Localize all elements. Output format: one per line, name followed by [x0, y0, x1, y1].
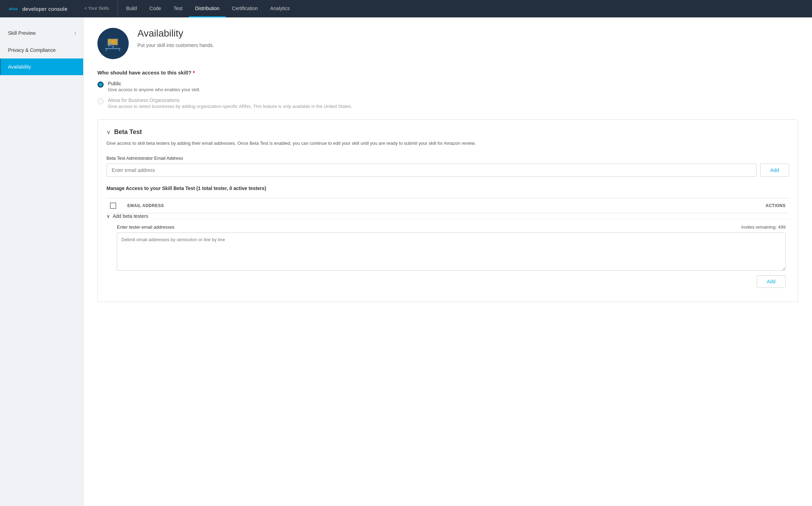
- svg-rect-8: [106, 49, 107, 51]
- table-row: Enter tester email addresses Invites rem…: [106, 219, 789, 293]
- nav-analytics[interactable]: Analytics: [264, 0, 296, 17]
- manage-access-title: Manage Access to your Skill Beta Test (1…: [106, 185, 789, 191]
- sidebar-item-label: Availability: [8, 64, 31, 70]
- svg-rect-6: [112, 47, 114, 48]
- tester-add-button[interactable]: Add: [757, 275, 786, 288]
- content-area: Availability Put your skill into custome…: [83, 17, 812, 506]
- sidebar-item-privacy-compliance[interactable]: Privacy & Compliance: [0, 42, 83, 58]
- public-radio-option[interactable]: Public Give access to anyone who enables…: [97, 81, 798, 92]
- beta-card-title: Beta Test: [114, 128, 142, 136]
- business-label-text: Alexa for Business Organizations: [108, 97, 352, 103]
- testers-chevron-down-icon: ∨: [106, 213, 110, 219]
- beta-chevron-down-icon[interactable]: ∨: [106, 129, 111, 135]
- sidebar-item-skill-preview[interactable]: Skill Preview ›: [0, 24, 83, 42]
- svg-text:alexa: alexa: [9, 7, 17, 11]
- testers-table: EMAIL ADDRESS ACTIONS ∨ Add beta testers: [106, 198, 789, 293]
- business-radio-label: Alexa for Business Organizations Give ac…: [108, 97, 352, 109]
- page-subtitle: Put your skill into customers hands.: [137, 42, 214, 48]
- svg-point-12: [112, 40, 114, 43]
- chevron-right-icon: ›: [74, 30, 76, 36]
- table-email-header: EMAIL ADDRESS: [124, 198, 535, 213]
- alexa-logo-icon: alexa: [7, 2, 19, 15]
- sidebar-item-label: Skill Preview: [8, 30, 35, 36]
- access-radio-group: Public Give access to anyone who enables…: [97, 81, 798, 109]
- page-header: Availability Put your skill into custome…: [97, 28, 798, 59]
- public-description-text: Give access to anyone who enables your s…: [108, 87, 200, 92]
- page-title: Availability: [137, 28, 214, 39]
- main-layout: Skill Preview › Privacy & Compliance Ava…: [0, 17, 812, 506]
- invites-remaining: Invites remaining: 499: [741, 224, 786, 230]
- public-radio-label: Public Give access to anyone who enables…: [108, 81, 200, 92]
- table-actions-header: ACTIONS: [535, 198, 789, 213]
- required-star: *: [193, 70, 195, 76]
- sidebar: Skill Preview › Privacy & Compliance Ava…: [0, 17, 83, 506]
- nav-distribution[interactable]: Distribution: [189, 0, 226, 17]
- logo: alexa developer console: [7, 2, 67, 15]
- business-radio-input[interactable]: [97, 98, 104, 104]
- public-radio-input[interactable]: [97, 81, 104, 88]
- bottom-add-row: Add: [117, 275, 786, 288]
- svg-rect-7: [105, 48, 120, 49]
- availability-illustration: [101, 31, 125, 56]
- table-checkbox-header: [106, 198, 124, 213]
- access-question: Who should have access to this skill? *: [97, 70, 798, 76]
- beta-card-description: Give access to skill beta testers by add…: [106, 140, 789, 147]
- nav-test[interactable]: Test: [167, 0, 189, 17]
- top-bar: alexa developer console < Your Skills Bu…: [0, 0, 812, 17]
- access-question-text: Who should have access to this skill?: [97, 70, 191, 76]
- svg-rect-5: [111, 46, 114, 47]
- page-header-text: Availability Put your skill into custome…: [137, 28, 214, 48]
- svg-rect-9: [119, 49, 120, 51]
- sidebar-item-availability[interactable]: Availability: [0, 58, 83, 75]
- beta-card-header: ∨ Beta Test: [106, 128, 789, 136]
- business-radio-option[interactable]: Alexa for Business Organizations Give ac…: [97, 97, 798, 109]
- admin-email-label: Beta Test Administrator Email Address: [106, 156, 789, 161]
- nav-build[interactable]: Build: [120, 0, 143, 17]
- nav-certification[interactable]: Certification: [226, 0, 264, 17]
- tester-email-label: Enter tester email addresses: [117, 224, 174, 230]
- add-testers-label: Add beta testers: [113, 213, 148, 219]
- select-all-checkbox[interactable]: [110, 203, 116, 209]
- admin-email-row: Add: [106, 164, 789, 177]
- beta-test-card: ∨ Beta Test Give access to skill beta te…: [97, 119, 798, 302]
- admin-add-button[interactable]: Add: [760, 164, 789, 177]
- console-title: developer console: [22, 6, 67, 12]
- tester-email-textarea[interactable]: [117, 232, 786, 271]
- tester-email-section: Enter tester email addresses Invites rem…: [106, 219, 789, 293]
- availability-icon: [97, 28, 129, 59]
- nav-code[interactable]: Code: [143, 0, 167, 17]
- public-label-text: Public: [108, 81, 200, 86]
- business-description-text: Give access to select businesses by addi…: [108, 104, 352, 109]
- admin-email-input[interactable]: [106, 164, 757, 177]
- add-testers-header[interactable]: ∨ Add beta testers: [106, 213, 789, 219]
- sidebar-item-label: Privacy & Compliance: [8, 47, 56, 53]
- tester-email-top-row: Enter tester email addresses Invites rem…: [117, 224, 786, 230]
- table-row: ∨ Add beta testers: [106, 213, 789, 219]
- top-navigation: < Your Skills Build Code Test Distributi…: [78, 0, 296, 17]
- back-to-skills-link[interactable]: < Your Skills: [78, 0, 118, 17]
